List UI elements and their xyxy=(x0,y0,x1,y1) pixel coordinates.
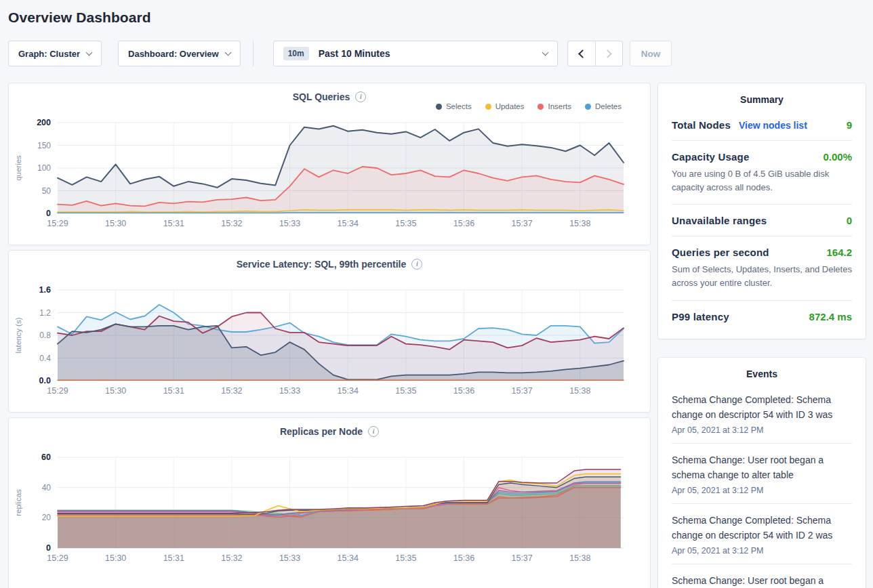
legend-label: Selects xyxy=(446,102,472,110)
summary-label: Queries per second xyxy=(672,247,769,258)
chevron-down-icon xyxy=(542,49,548,56)
chart-panel-service-latency: Service Latency: SQL, 99th percentile i … xyxy=(8,250,651,413)
event-message: Schema Change: User root began a schema … xyxy=(672,453,852,482)
svg-text:queries: queries xyxy=(14,155,22,181)
svg-text:15:32: 15:32 xyxy=(221,553,242,563)
service-latency-chart[interactable]: 15:2915:3015:3115:3215:3315:3415:3515:36… xyxy=(9,282,650,402)
svg-text:15:34: 15:34 xyxy=(338,553,359,563)
summary-card: Summary Total NodesView nodes list9Capac… xyxy=(657,83,866,339)
sql-queries-chart[interactable]: 15:2915:3015:3115:3215:3315:3415:3515:36… xyxy=(9,114,650,235)
summary-label: P99 latency xyxy=(672,311,729,322)
svg-text:15:37: 15:37 xyxy=(511,553,532,563)
svg-text:1.2: 1.2 xyxy=(39,308,51,318)
svg-text:15:34: 15:34 xyxy=(338,386,359,396)
event-item: Schema Change Completed: Schema change o… xyxy=(672,383,852,444)
summary-value: 9 xyxy=(847,119,852,131)
svg-text:15:36: 15:36 xyxy=(453,553,474,563)
svg-text:150: 150 xyxy=(37,141,51,150)
summary-value: 0 xyxy=(847,215,852,226)
legend-item-inserts: Inserts xyxy=(537,102,571,110)
graph-dropdown-label: Graph: Cluster xyxy=(18,49,80,59)
svg-text:15:31: 15:31 xyxy=(163,553,184,563)
now-button[interactable]: Now xyxy=(630,41,672,66)
svg-text:15:38: 15:38 xyxy=(569,553,590,563)
svg-text:1.6: 1.6 xyxy=(39,285,51,295)
legend-item-selects: Selects xyxy=(436,102,472,110)
legend-dot-icon xyxy=(585,104,591,110)
svg-text:50: 50 xyxy=(42,186,52,196)
summary-row: Queries per second164.2Sum of Selects, U… xyxy=(672,236,852,300)
summary-title: Summary xyxy=(672,94,852,109)
svg-text:15:29: 15:29 xyxy=(47,219,68,228)
toolbar: Graph: Cluster Dashboard: Overview 10m P… xyxy=(8,41,865,66)
legend-dot-icon xyxy=(485,104,491,110)
svg-text:15:33: 15:33 xyxy=(279,553,300,563)
svg-text:15:33: 15:33 xyxy=(279,219,300,228)
summary-value: 164.2 xyxy=(826,247,852,258)
svg-text:15:31: 15:31 xyxy=(163,386,184,396)
charts-column: SQL Queries i SelectsUpdatesInsertsDelet… xyxy=(8,83,651,588)
svg-text:15:29: 15:29 xyxy=(47,553,68,563)
summary-description: Sum of Selects, Updates, Inserts, and De… xyxy=(672,263,852,290)
event-item: Schema Change Completed: Schema change o… xyxy=(672,504,852,564)
event-timestamp: Apr 05, 2021 at 3:12 PM xyxy=(672,546,852,555)
summary-value: 0.00% xyxy=(823,151,852,163)
page-title: Overview Dashboard xyxy=(8,0,865,26)
event-timestamp: Apr 05, 2021 at 3:12 PM xyxy=(672,425,852,435)
toolbar-divider xyxy=(253,41,253,66)
svg-text:15:32: 15:32 xyxy=(221,219,242,228)
svg-text:15:30: 15:30 xyxy=(105,219,126,228)
chart-panel-sql-queries: SQL Queries i SelectsUpdatesInsertsDelet… xyxy=(8,83,651,245)
svg-text:15:38: 15:38 xyxy=(569,386,590,396)
graph-dropdown[interactable]: Graph: Cluster xyxy=(8,41,102,66)
time-prev-button[interactable] xyxy=(568,41,595,66)
svg-text:0: 0 xyxy=(46,543,51,553)
svg-text:40: 40 xyxy=(42,483,52,492)
summary-row: Unavailable ranges0 xyxy=(672,205,852,236)
events-title: Events xyxy=(672,369,852,383)
time-range-selector[interactable]: 10m Past 10 Minutes xyxy=(273,41,558,66)
svg-text:latency (s): latency (s) xyxy=(14,317,22,353)
event-timestamp: Apr 05, 2021 at 3:12 PM xyxy=(672,486,852,495)
legend-label: Inserts xyxy=(548,102,571,110)
replicas-per-node-chart[interactable]: 15:2915:3015:3115:3215:3315:3415:3515:36… xyxy=(9,449,650,570)
view-nodes-link[interactable]: View nodes list xyxy=(739,120,807,131)
dashboard-dropdown[interactable]: Dashboard: Overview xyxy=(118,41,241,66)
svg-text:15:34: 15:34 xyxy=(338,219,359,228)
legend-label: Updates xyxy=(495,102,525,110)
svg-text:replicas: replicas xyxy=(14,489,22,516)
svg-text:0.4: 0.4 xyxy=(39,354,51,363)
summary-description: You are using 0 B of 4.5 GiB usable disk… xyxy=(672,167,852,194)
svg-text:15:30: 15:30 xyxy=(105,386,126,396)
chevron-left-icon xyxy=(578,49,587,58)
svg-text:15:37: 15:37 xyxy=(511,219,532,228)
summary-row: Total NodesView nodes list9 xyxy=(672,109,852,141)
time-range-badge: 10m xyxy=(283,47,309,60)
svg-text:15:35: 15:35 xyxy=(395,219,416,228)
event-message: Schema Change Completed: Schema change o… xyxy=(672,392,852,422)
svg-text:0: 0 xyxy=(46,209,51,218)
svg-text:15:35: 15:35 xyxy=(395,553,416,563)
svg-text:0.8: 0.8 xyxy=(39,331,51,340)
svg-text:0.0: 0.0 xyxy=(39,376,51,385)
summary-row: P99 latency872.4 ms xyxy=(672,301,852,332)
legend-item-deletes: Deletes xyxy=(585,102,622,110)
legend-item-updates: Updates xyxy=(485,102,525,110)
sidebar: Summary Total NodesView nodes list9Capac… xyxy=(657,83,866,588)
svg-text:15:35: 15:35 xyxy=(395,386,416,396)
svg-text:15:32: 15:32 xyxy=(221,386,242,396)
svg-text:15:38: 15:38 xyxy=(569,219,590,228)
svg-text:15:36: 15:36 xyxy=(453,219,474,228)
chevron-down-icon xyxy=(86,49,93,56)
time-step-buttons xyxy=(567,41,623,66)
svg-text:15:36: 15:36 xyxy=(453,386,474,396)
events-card: Events Schema Change Completed: Schema c… xyxy=(657,357,866,588)
svg-text:15:29: 15:29 xyxy=(47,386,68,396)
svg-text:100: 100 xyxy=(37,163,51,173)
time-next-button[interactable] xyxy=(595,41,622,66)
dashboard-dropdown-label: Dashboard: Overview xyxy=(128,49,219,59)
summary-row: Capacity Usage0.00%You are using 0 B of … xyxy=(672,141,852,205)
legend-dot-icon xyxy=(537,104,544,110)
svg-text:20: 20 xyxy=(42,513,52,522)
summary-value: 872.4 ms xyxy=(809,311,852,322)
